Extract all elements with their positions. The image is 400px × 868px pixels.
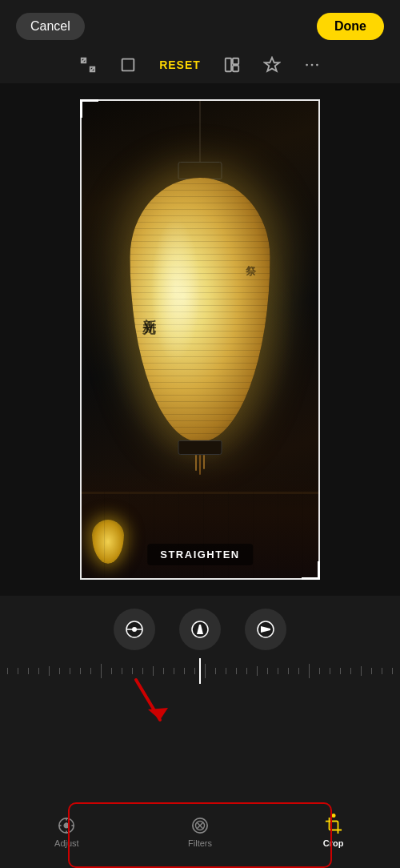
lantern-text-left: 新光: [142, 307, 157, 312]
arrow-area: [0, 684, 400, 732]
toolbar: RESET: [0, 50, 400, 83]
svg-rect-1: [226, 58, 231, 72]
more-icon[interactable]: [303, 56, 321, 74]
tab-crop[interactable]: Crop: [266, 809, 400, 856]
svg-marker-15: [148, 708, 168, 720]
mark-icon[interactable]: [263, 56, 281, 74]
tab-bar-inner: Adjust Filters Crop: [0, 809, 400, 856]
header: Cancel Done: [0, 0, 400, 50]
cancel-button[interactable]: Cancel: [16, 13, 85, 40]
tab-bar: Adjust Filters Crop: [0, 796, 400, 868]
ruler-slider[interactable]: [0, 658, 400, 684]
center-indicator: [199, 658, 201, 684]
adjust-tab-label: Adjust: [54, 838, 79, 848]
reset-button[interactable]: RESET: [159, 58, 201, 71]
horizon-tool-button[interactable]: [114, 609, 155, 650]
svg-point-9: [132, 627, 137, 632]
svg-point-5: [310, 64, 313, 66]
aspect-ratio-icon[interactable]: [79, 56, 97, 74]
adjust-icon: [58, 817, 75, 834]
crop-icon: [325, 817, 342, 834]
svg-rect-2: [233, 58, 238, 64]
svg-rect-0: [122, 59, 134, 71]
straighten-label: STRAIGHTEN: [147, 544, 253, 565]
lantern-text-right: 祭: [245, 257, 256, 259]
svg-point-4: [306, 64, 308, 66]
crop-square-icon[interactable]: [119, 56, 137, 74]
layout-icon[interactable]: [223, 56, 241, 74]
horizontal-perspective-button[interactable]: [245, 609, 286, 650]
vertical-perspective-button[interactable]: [179, 609, 221, 650]
adjust-tools-row: [0, 596, 400, 658]
tab-filters[interactable]: Filters: [134, 809, 267, 856]
svg-rect-3: [233, 66, 238, 71]
done-button[interactable]: Done: [317, 13, 384, 40]
photo-frame[interactable]: 新光 祭 STRAIGHTEN: [80, 99, 320, 580]
crop-tab-label: Crop: [323, 838, 344, 848]
image-area: 新光 祭 STRAIGHTEN: [0, 83, 400, 596]
filters-tab-label: Filters: [188, 838, 212, 848]
tab-adjust[interactable]: Adjust: [0, 809, 134, 856]
red-arrow-icon: [120, 676, 184, 732]
filters-icon: [191, 817, 209, 834]
svg-point-17: [65, 823, 70, 828]
svg-point-6: [316, 64, 318, 66]
active-indicator: [331, 814, 335, 818]
lantern-photo: 新光 祭: [80, 99, 320, 580]
